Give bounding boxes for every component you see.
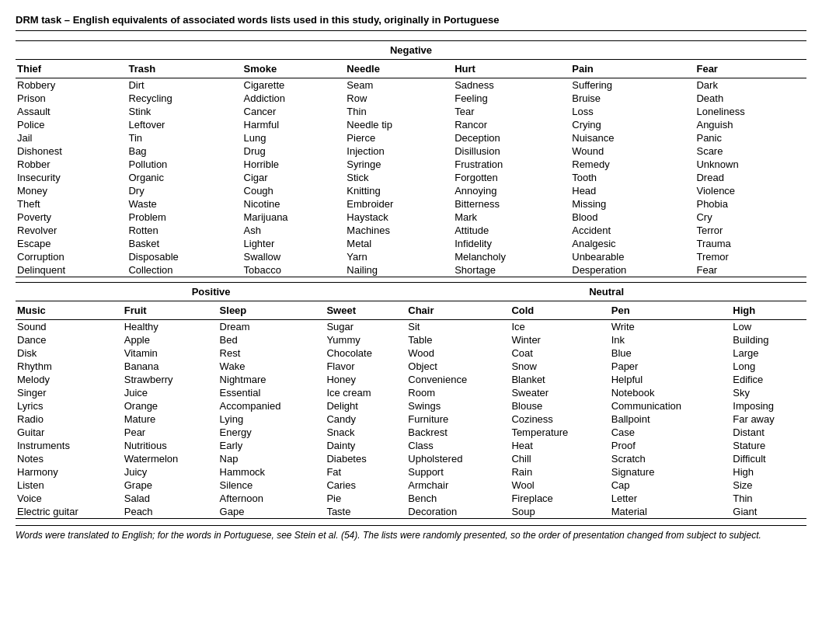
table-row: AssaultStinkCancerThinTearLossLoneliness — [16, 105, 806, 118]
negative-col-headers: Thief Trash Smoke Needle Hurt Pain Fear — [16, 60, 806, 78]
negative-label: Negative — [16, 41, 806, 60]
pos-neu-section-headers: Positive Neutral — [16, 283, 806, 301]
neg-col-smoke: Smoke — [242, 60, 346, 78]
neg-col-pain: Pain — [570, 60, 695, 78]
table-row: SoundHealthyDreamSugarSitIceWriteLow — [16, 320, 806, 334]
pos-col-sweet: Sweet — [325, 301, 406, 320]
neg-col-needle: Needle — [345, 60, 453, 78]
neu-col-pen: Pen — [610, 301, 732, 320]
pos-col-fruit: Fruit — [123, 301, 218, 320]
table-row: CorruptionDisposableSwallowYarnMelanchol… — [16, 250, 806, 263]
neu-col-high: High — [731, 301, 806, 320]
table-row: RobberPollutionHorribleSyringeFrustratio… — [16, 158, 806, 171]
neu-col-cold: Cold — [510, 301, 609, 320]
table-row: RadioMatureLyingCandyFurnitureCozinessBa… — [16, 413, 806, 426]
neutral-label: Neutral — [406, 283, 806, 301]
table-row: VoiceSaladAfternoonPieBenchFireplaceLett… — [16, 492, 806, 505]
pos-neu-col-headers: Music Fruit Sleep Sweet Chair Cold Pen H… — [16, 301, 806, 320]
neg-col-fear: Fear — [695, 60, 806, 78]
table-row: PrisonRecyclingAddictionRowFeelingBruise… — [16, 92, 806, 105]
table-row: PoliceLeftoverHarmfulNeedle tipRancorCry… — [16, 118, 806, 131]
positive-label: Positive — [16, 283, 406, 301]
table-row: InsecurityOrganicCigarStickForgottenToot… — [16, 171, 806, 184]
pos-col-sleep: Sleep — [218, 301, 326, 320]
table-row: ListenGrapeSilenceCariesArmchairWoolCapS… — [16, 479, 806, 492]
table-row: DiskVitaminRestChocolateWoodCoatBlueLarg… — [16, 346, 806, 360]
table-row: RevolverRottenAshMachinesAttitudeAcciden… — [16, 224, 806, 237]
table-row: DishonestBagDrugInjectionDisillusionWoun… — [16, 144, 806, 158]
table-row: MelodyStrawberryNightmareHoneyConvenienc… — [16, 373, 806, 386]
negative-section-header: Negative — [16, 41, 806, 60]
table-row: GuitarPearEnergySnackBackrestTemperature… — [16, 426, 806, 439]
table-row: NotesWatermelonNapDiabetesUpholsteredChi… — [16, 452, 806, 465]
table-row: LyricsOrangeAccompaniedDelightSwingsBlou… — [16, 399, 806, 413]
table-row: RobberyDirtCigaretteSeamSadnessSuffering… — [16, 78, 806, 92]
neu-col-chair: Chair — [406, 301, 510, 320]
neg-col-trash: Trash — [127, 60, 242, 78]
table-row: Electric guitarPeachGapeTasteDecorationS… — [16, 505, 806, 519]
main-table: Negative Thief Trash Smoke Needle Hurt P… — [16, 40, 806, 277]
neg-col-hurt: Hurt — [453, 60, 570, 78]
table-row: InstrumentsNutritiousEarlyDaintyClassHea… — [16, 439, 806, 452]
table-row: DelinquentCollectionTobaccoNailingShorta… — [16, 263, 806, 277]
table-row: SingerJuiceEssentialIce creamRoomSweater… — [16, 386, 806, 399]
neg-col-thief: Thief — [16, 60, 127, 78]
table-row: DanceAppleBedYummyTableWinterInkBuilding — [16, 333, 806, 346]
table-row: TheftWasteNicotineEmbroiderBitternessMis… — [16, 197, 806, 211]
footer-note: Words were translated to English; for th… — [16, 525, 806, 542]
table-row: EscapeBasketLighterMetalInfidelityAnalge… — [16, 237, 806, 250]
table-row: HarmonyJuicyHammockFatSupportRainSignatu… — [16, 465, 806, 479]
table-row: MoneyDryCoughKnittingAnnoyingHeadViolenc… — [16, 184, 806, 197]
pos-col-music: Music — [16, 301, 123, 320]
page-title: DRM task – English equivalents of associ… — [16, 14, 806, 31]
pos-neu-table: Positive Neutral Music Fruit Sleep Sweet… — [16, 282, 806, 519]
table-row: JailTinLungPierceDeceptionNuisancePanic — [16, 131, 806, 144]
table-row: PovertyProblemMarijuanaHaystackMarkBlood… — [16, 211, 806, 224]
table-row: RhythmBananaWakeFlavorObjectSnowPaperLon… — [16, 360, 806, 373]
